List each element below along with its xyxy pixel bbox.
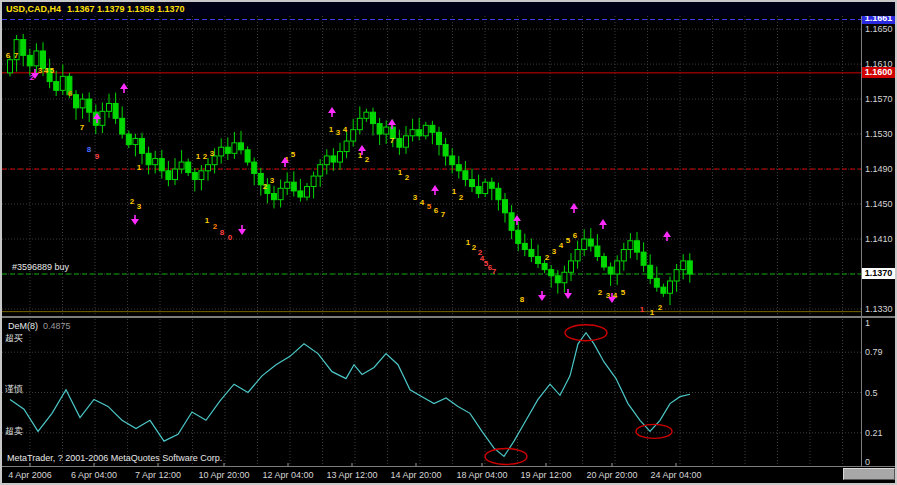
svg-text:3: 3	[210, 149, 215, 158]
svg-text:7: 7	[492, 267, 497, 276]
svg-text:2: 2	[130, 197, 135, 206]
svg-text:6: 6	[6, 51, 11, 60]
svg-text:3: 3	[552, 247, 557, 256]
svg-text:1: 1	[137, 163, 142, 172]
price-tick-label: 1.1570	[863, 94, 897, 104]
price-tick-label: 1.1650	[863, 24, 897, 34]
svg-text:2: 2	[365, 155, 370, 164]
svg-text:3: 3	[413, 193, 418, 202]
chart-title-bar: USD,CAD,H41.1367 1.1379 1.1358 1.1370	[2, 2, 895, 16]
svg-text:2: 2	[658, 303, 663, 312]
time-tick-label: 24 Apr 04:00	[644, 470, 708, 480]
svg-text:6: 6	[573, 231, 578, 240]
svg-text:5: 5	[621, 288, 626, 297]
time-axis-separator	[2, 466, 895, 467]
svg-text:7: 7	[390, 136, 395, 145]
svg-text:6: 6	[434, 206, 439, 215]
indicator-tick-label: 1	[863, 318, 897, 328]
svg-text:1: 1	[398, 168, 403, 177]
time-tick-label: 6 Apr 04:00	[62, 470, 126, 480]
price-tick-label: 1.1330	[863, 304, 897, 314]
indicator-title: DeM(8)0.4875	[8, 321, 71, 331]
svg-text:1: 1	[452, 187, 457, 196]
svg-text:4: 4	[44, 66, 49, 75]
price-tick-label: 1.1450	[863, 199, 897, 209]
indicator-tick-label: 0	[863, 457, 897, 467]
svg-text:1: 1	[466, 238, 471, 247]
svg-text:2: 2	[213, 222, 218, 231]
zone-label: 超卖	[5, 425, 23, 438]
svg-text:2: 2	[545, 253, 550, 262]
svg-text:5: 5	[427, 202, 432, 211]
svg-text:8: 8	[220, 228, 225, 237]
svg-text:3: 3	[270, 176, 275, 185]
svg-text:2: 2	[598, 288, 603, 297]
status-bar-text: MetaTrader, ? 2001-2006 MetaQuotes Softw…	[7, 453, 222, 463]
svg-text:9: 9	[95, 152, 100, 161]
time-tick-label: 10 Apr 20:00	[192, 470, 256, 480]
time-tick-label: 14 Apr 20:00	[384, 470, 448, 480]
svg-text:8: 8	[87, 145, 92, 154]
panel-divider[interactable]	[2, 316, 895, 318]
zone-label: 谨慎	[5, 383, 23, 396]
svg-text:4: 4	[559, 241, 564, 250]
svg-text:8: 8	[520, 295, 525, 304]
svg-text:1: 1	[205, 216, 210, 225]
time-tick-label: 18 Apr 04:00	[450, 470, 514, 480]
svg-text:6: 6	[68, 89, 73, 98]
indicator-tick-label: 0.5	[863, 388, 897, 398]
svg-text:1: 1	[329, 125, 334, 134]
svg-text:7: 7	[80, 123, 85, 132]
symbol-timeframe-label: USD,CAD,H4	[2, 4, 61, 14]
svg-text:5: 5	[291, 150, 296, 159]
svg-text:5: 5	[566, 236, 571, 245]
price-tick-label: 1.1410	[863, 234, 897, 244]
indicator-value-label: 0.4875	[38, 321, 71, 331]
price-marker-box: 1.1370	[862, 268, 895, 279]
time-tick-label: 13 Apr 12:00	[320, 470, 384, 480]
svg-text:2: 2	[459, 193, 464, 202]
time-tick-label: 7 Apr 12:00	[126, 470, 190, 480]
price-tick-label: 1.1530	[863, 129, 897, 139]
time-tick-label: 12 Apr 04:00	[256, 470, 320, 480]
svg-text:#3596889 buy: #3596889 buy	[12, 262, 70, 272]
indicator-tick-label: 0.79	[863, 347, 897, 357]
horizontal-scrollbar-thumb[interactable]	[843, 468, 895, 480]
svg-text:0: 0	[228, 233, 233, 242]
svg-text:7: 7	[441, 210, 446, 219]
time-tick-label: 19 Apr 12:00	[514, 470, 578, 480]
price-marker-box: 1.1600	[862, 67, 895, 78]
svg-text:4: 4	[420, 198, 425, 207]
price-axis-separator	[861, 16, 862, 466]
svg-text:2: 2	[405, 173, 410, 182]
metatrader-chart-window: USD,CAD,H41.1367 1.1379 1.1358 1.1370 Fx…	[0, 0, 897, 485]
time-tick-label: 4 Apr 2006	[0, 470, 62, 480]
svg-text:3: 3	[137, 202, 142, 211]
price-tick-label: 1.1490	[863, 164, 897, 174]
ohlc-values-label: 1.1367 1.1379 1.1358 1.1370	[61, 4, 185, 14]
time-tick-label: 20 Apr 20:00	[580, 470, 644, 480]
svg-text:2: 2	[263, 182, 268, 191]
indicator-name-label: DeM(8)	[8, 321, 38, 331]
svg-text:7: 7	[14, 51, 19, 60]
svg-text:1: 1	[196, 152, 201, 161]
zone-label: 超买	[5, 332, 23, 345]
svg-text:3: 3	[336, 128, 341, 137]
svg-text:2: 2	[472, 243, 477, 252]
svg-text:2: 2	[203, 152, 208, 161]
svg-text:4: 4	[343, 125, 348, 134]
svg-text:5: 5	[50, 66, 55, 75]
svg-text:1: 1	[640, 305, 645, 314]
chart-canvas[interactable]: #3596889 buy6723456789123123128023451341…	[2, 2, 861, 483]
indicator-tick-label: 0.21	[863, 428, 897, 438]
